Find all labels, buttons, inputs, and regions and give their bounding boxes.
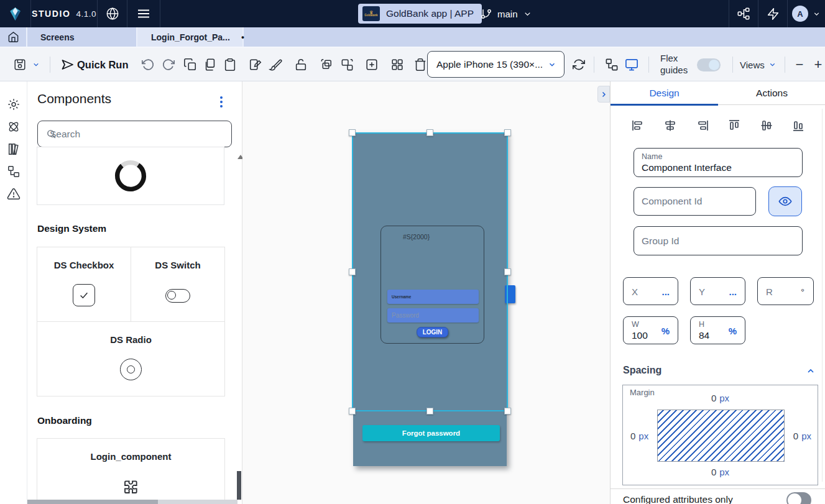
undo-button[interactable] bbox=[142, 58, 155, 71]
forgot-password-button[interactable]: Forgot password bbox=[362, 425, 500, 441]
flex-guides-toggle[interactable] bbox=[697, 58, 721, 71]
y-field[interactable]: Y ... bbox=[690, 277, 745, 305]
align-left-button[interactable] bbox=[630, 118, 645, 133]
divider bbox=[594, 57, 594, 73]
login-card[interactable]: #S{2000} Username Password LOGIN bbox=[380, 226, 484, 344]
redo-button[interactable] bbox=[162, 58, 175, 71]
zoom-in-button[interactable]: + bbox=[814, 57, 823, 73]
settings-rail-button[interactable] bbox=[7, 98, 21, 111]
brush-button[interactable] bbox=[269, 58, 282, 71]
delete-button[interactable] bbox=[413, 58, 427, 71]
views-dropdown[interactable]: Views bbox=[740, 60, 777, 70]
pages-tree-rail-button[interactable] bbox=[7, 165, 21, 178]
horizontal-scrollbar-thumb[interactable] bbox=[27, 500, 158, 504]
search-input[interactable] bbox=[38, 121, 231, 147]
component-id-field[interactable]: Component Id bbox=[634, 187, 756, 216]
puzzle-icon bbox=[120, 475, 142, 498]
hamburger-icon bbox=[136, 6, 151, 21]
margin-left-value[interactable]: 0px bbox=[630, 431, 648, 441]
tab-design[interactable]: Design bbox=[611, 81, 718, 105]
username-field[interactable]: Username bbox=[387, 290, 479, 304]
components-menu-button[interactable] bbox=[220, 96, 223, 108]
warnings-rail-button[interactable] bbox=[7, 187, 21, 201]
screen-token: #S{2000} bbox=[403, 233, 430, 241]
tab-login-forgot[interactable]: Login_Forgot_Pa... ● bbox=[137, 27, 244, 47]
refresh-button[interactable] bbox=[572, 58, 586, 71]
tab-actions[interactable]: Actions bbox=[718, 81, 825, 105]
phone-screen[interactable]: #S{2000} Username Password LOGIN Forgot … bbox=[353, 132, 507, 466]
brand-name: STUDIO bbox=[32, 9, 71, 19]
vertical-scrollbar-thumb[interactable] bbox=[237, 471, 241, 500]
ungroup-button[interactable] bbox=[340, 58, 354, 72]
align-top-button[interactable] bbox=[727, 118, 742, 133]
chevron-down-icon bbox=[523, 9, 532, 19]
component-ds-checkbox[interactable]: DS Checkbox bbox=[37, 247, 131, 322]
configured-attributes-toggle[interactable] bbox=[786, 492, 811, 504]
login-button[interactable]: LOGIN bbox=[417, 327, 449, 337]
components-grid-button[interactable] bbox=[390, 58, 404, 71]
margin-right-value[interactable]: 0px bbox=[793, 431, 811, 441]
add-container-button[interactable] bbox=[365, 58, 379, 71]
canvas-side-handle[interactable] bbox=[505, 285, 515, 303]
copy-button[interactable] bbox=[203, 58, 217, 71]
quick-run-button[interactable]: Quick Run bbox=[77, 59, 129, 71]
configured-attributes-label: Configured attributes only bbox=[623, 494, 733, 504]
main-menu-button[interactable] bbox=[127, 0, 160, 27]
screen-view-button[interactable] bbox=[625, 58, 639, 72]
duplicate-button[interactable] bbox=[183, 58, 197, 71]
brand-version: 4.1.0 bbox=[76, 9, 96, 19]
studio-logo[interactable] bbox=[0, 0, 30, 27]
horizontal-scrollbar[interactable] bbox=[27, 500, 237, 504]
device-selector[interactable]: Apple iPhone 15 (390×... bbox=[427, 51, 565, 78]
styles-button[interactable] bbox=[249, 58, 262, 71]
align-right-button[interactable] bbox=[695, 118, 710, 133]
width-field[interactable]: W 100 % bbox=[623, 316, 678, 344]
inspector-scrollbar-track[interactable] bbox=[822, 109, 823, 482]
name-field[interactable]: Name Component Interface bbox=[634, 148, 803, 177]
align-center-horizontal-button[interactable] bbox=[663, 118, 678, 133]
tab-screens[interactable]: Screens bbox=[28, 27, 137, 47]
section-design-system: Design System bbox=[37, 223, 106, 234]
group-button[interactable] bbox=[320, 58, 334, 72]
language-button[interactable] bbox=[98, 0, 127, 27]
save-button[interactable] bbox=[13, 58, 27, 71]
component-login[interactable]: Login_component bbox=[37, 438, 225, 504]
spinner-icon bbox=[114, 159, 147, 193]
password-field[interactable]: Password bbox=[387, 308, 479, 323]
spacing-collapse-button[interactable] bbox=[806, 366, 816, 376]
x-field[interactable]: X ... bbox=[623, 277, 678, 305]
radio-icon bbox=[120, 359, 142, 380]
paste-button[interactable] bbox=[223, 58, 237, 71]
toggle-knob bbox=[788, 493, 801, 504]
rotation-field[interactable]: R ° bbox=[757, 277, 814, 305]
tree-view-button[interactable] bbox=[605, 58, 619, 72]
height-label: H bbox=[699, 320, 704, 329]
toggle-knob bbox=[709, 60, 719, 70]
align-bottom-button[interactable] bbox=[791, 118, 806, 133]
branch-selector[interactable]: main bbox=[480, 0, 532, 27]
margin-top-value[interactable]: 0px bbox=[623, 393, 818, 403]
lock-button[interactable] bbox=[294, 58, 308, 71]
library-rail-button[interactable] bbox=[7, 142, 21, 156]
widgets-rail-button[interactable] bbox=[7, 120, 21, 134]
quick-actions-button[interactable] bbox=[758, 0, 787, 27]
save-options-button[interactable] bbox=[32, 61, 40, 69]
canvas[interactable]: #S{2000} Username Password LOGIN Forgot … bbox=[242, 81, 610, 504]
quick-run-icon[interactable] bbox=[60, 57, 75, 72]
align-center-vertical-button[interactable] bbox=[759, 118, 774, 133]
visibility-button[interactable] bbox=[768, 186, 802, 216]
group-id-field[interactable]: Group Id bbox=[634, 226, 803, 255]
chevron-down-icon bbox=[768, 61, 777, 69]
x-value: ... bbox=[661, 286, 670, 296]
app-switcher[interactable]: ♛ GoldBank GoldBank app | APP bbox=[358, 4, 482, 24]
structure-button[interactable] bbox=[729, 0, 758, 27]
collapse-inspector-button[interactable] bbox=[597, 86, 610, 103]
component-preview-card[interactable] bbox=[37, 147, 224, 205]
account-menu[interactable]: A bbox=[788, 0, 825, 27]
margin-bottom-value[interactable]: 0px bbox=[623, 467, 818, 477]
component-ds-radio[interactable]: DS Radio bbox=[37, 321, 225, 396]
home-tab[interactable] bbox=[0, 27, 27, 47]
component-ds-switch[interactable]: DS Switch bbox=[131, 247, 225, 322]
height-field[interactable]: H 84 % bbox=[690, 316, 745, 344]
zoom-out-button[interactable]: − bbox=[796, 57, 804, 73]
